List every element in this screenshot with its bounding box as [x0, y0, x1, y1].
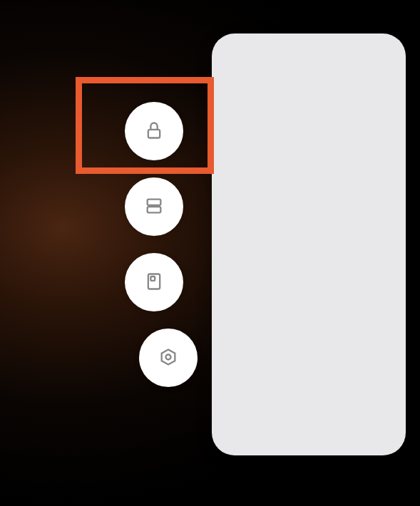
floating-window-button[interactable]: [125, 253, 183, 311]
svg-marker-5: [162, 349, 175, 364]
svg-rect-4: [150, 277, 155, 281]
floating-window-icon: [144, 272, 164, 294]
svg-rect-2: [148, 207, 161, 212]
svg-point-6: [166, 354, 171, 359]
svg-rect-1: [148, 199, 161, 205]
svg-rect-0: [148, 129, 160, 138]
settings-icon: [158, 347, 178, 369]
split-screen-icon: [144, 196, 164, 218]
lock-icon: [144, 120, 164, 143]
action-button-group: [111, 102, 198, 387]
lock-button[interactable]: [125, 102, 183, 160]
app-preview-card[interactable]: [212, 33, 406, 455]
split-screen-button[interactable]: [125, 177, 183, 236]
settings-button[interactable]: [139, 329, 198, 387]
